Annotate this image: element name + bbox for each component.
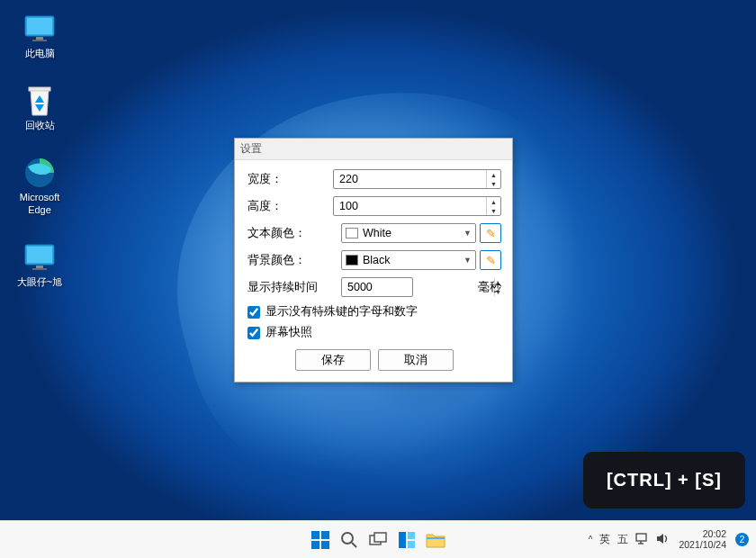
dialog-titlebar[interactable]: 设置 — [235, 139, 512, 160]
width-spinner[interactable]: ▲▼ — [333, 169, 501, 189]
save-button[interactable]: 保存 — [295, 349, 371, 371]
svg-rect-18 — [399, 532, 406, 548]
taskbar-clock[interactable]: 20:02 2021/10/24 — [679, 529, 726, 550]
taskbar-date: 2021/10/24 — [679, 540, 726, 551]
bg-color-value: Black — [363, 254, 459, 266]
task-view-button[interactable] — [366, 528, 390, 552]
pencil-icon: ✎ — [486, 227, 496, 240]
taskbar-time: 20:02 — [679, 529, 726, 540]
monitor-icon — [23, 241, 56, 274]
settings-dialog: 设置 宽度： ▲▼ 高度： ▲▼ 文本颜色： — [234, 138, 513, 382]
search-button[interactable] — [338, 528, 361, 552]
explorer-button[interactable] — [424, 528, 447, 552]
taskbar-center — [309, 528, 447, 552]
svg-rect-19 — [408, 532, 415, 539]
svg-rect-21 — [427, 537, 445, 539]
ime-lang: 英 — [599, 532, 610, 547]
ime-method: 五 — [617, 532, 628, 547]
network-icon[interactable] — [635, 533, 649, 546]
dialog-title-text: 设置 — [240, 141, 262, 157]
desktop-icon-edge[interactable]: Microsoft Edge — [13, 157, 67, 215]
text-color-value: White — [363, 227, 459, 239]
pencil-icon: ✎ — [486, 254, 496, 267]
width-input[interactable] — [334, 173, 486, 185]
notification-count: 2 — [740, 535, 745, 544]
svg-rect-20 — [408, 541, 415, 548]
svg-rect-9 — [32, 268, 47, 270]
keystroke-text: [CTRL] + [S] — [607, 470, 722, 490]
svg-rect-4 — [29, 87, 50, 91]
svg-rect-2 — [36, 37, 43, 40]
text-color-picker-button[interactable]: ✎ — [480, 223, 501, 243]
desktop-icon-dayanzai[interactable]: 大眼仔~旭 — [13, 241, 67, 288]
duration-label: 显示持续时间 — [248, 280, 341, 295]
text-color-select[interactable]: White ▼ — [341, 223, 476, 243]
height-spinner[interactable]: ▲▼ — [333, 196, 501, 216]
desktop-icon-this-pc[interactable]: 此电脑 — [13, 13, 67, 59]
chevron-down-icon: ▼ — [464, 256, 472, 265]
edge-icon — [23, 157, 56, 189]
screenshot-checkbox[interactable] — [248, 327, 260, 339]
svg-rect-11 — [321, 531, 329, 539]
taskbar: ^ 英 五 20:02 2021/10/24 2 — [0, 520, 756, 558]
color-swatch — [346, 255, 358, 266]
spin-down-icon[interactable]: ▼ — [487, 206, 500, 215]
svg-line-15 — [352, 543, 356, 547]
height-input[interactable] — [334, 200, 486, 212]
height-label: 高度： — [248, 199, 333, 214]
svg-rect-1 — [27, 18, 52, 34]
cancel-button[interactable]: 取消 — [378, 349, 454, 371]
svg-rect-8 — [36, 266, 43, 268]
chevron-down-icon: ▼ — [464, 229, 472, 238]
color-swatch — [346, 228, 358, 238]
icon-label: 回收站 — [25, 120, 55, 131]
ime-indicator[interactable]: 英 五 — [599, 532, 628, 547]
width-label: 宽度： — [248, 172, 333, 187]
dialog-body: 宽度： ▲▼ 高度： ▲▼ 文本颜色： Whi — [235, 160, 512, 382]
show-alphanum-checkbox[interactable] — [248, 306, 260, 319]
icon-label: 此电脑 — [25, 48, 55, 59]
keystroke-overlay: [CTRL] + [S] — [583, 452, 745, 508]
duration-spinner[interactable]: ▲▼ — [341, 277, 413, 297]
bg-color-select[interactable]: Black ▼ — [341, 250, 476, 270]
svg-point-14 — [342, 533, 353, 544]
svg-rect-12 — [311, 541, 320, 549]
svg-rect-13 — [321, 541, 329, 549]
bg-color-picker-button[interactable]: ✎ — [480, 250, 501, 270]
start-button[interactable] — [309, 528, 332, 552]
screenshot-label: 屏幕快照 — [266, 325, 312, 340]
svg-rect-22 — [636, 534, 646, 541]
spin-down-icon[interactable]: ▼ — [487, 179, 500, 188]
show-alphanum-label: 显示没有特殊键的字母和数字 — [266, 304, 418, 320]
svg-rect-10 — [311, 531, 320, 539]
svg-rect-17 — [374, 533, 386, 542]
spin-up-icon[interactable]: ▲ — [487, 170, 500, 179]
widgets-button[interactable] — [395, 528, 418, 552]
bg-color-label: 背景颜色： — [248, 253, 341, 268]
spin-up-icon[interactable]: ▲ — [487, 197, 500, 206]
svg-rect-7 — [27, 247, 52, 263]
duration-unit: 毫秒 — [478, 280, 501, 295]
recycle-bin-icon — [23, 85, 56, 117]
duration-input[interactable] — [342, 281, 494, 293]
desktop-icon-recycle-bin[interactable]: 回收站 — [13, 85, 67, 131]
svg-rect-3 — [32, 40, 47, 41]
desktop-icons-area: 此电脑 回收站 Microsoft Edge 大眼仔~旭 — [13, 13, 67, 288]
text-color-label: 文本颜色： — [248, 226, 341, 241]
icon-label: Microsoft Edge — [20, 192, 60, 215]
notification-badge[interactable]: 2 — [735, 533, 749, 546]
volume-icon[interactable] — [656, 533, 670, 546]
icon-label: 大眼仔~旭 — [17, 276, 62, 288]
taskbar-tray: ^ 英 五 20:02 2021/10/24 2 — [589, 529, 749, 550]
monitor-icon — [23, 13, 56, 45]
tray-chevron-up-icon[interactable]: ^ — [589, 535, 593, 544]
